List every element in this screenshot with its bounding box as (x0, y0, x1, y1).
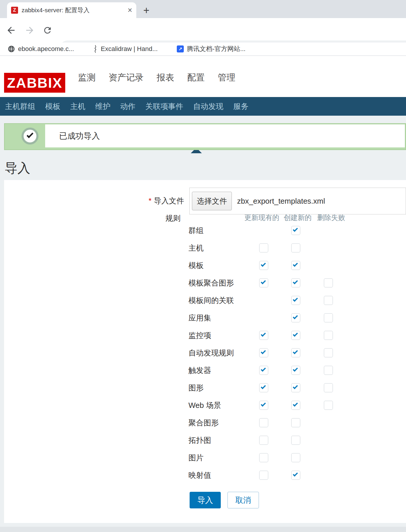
checkbox-create[interactable] (291, 348, 300, 357)
checkbox-delete[interactable] (324, 313, 333, 323)
required-asterisk: * (149, 196, 151, 205)
checkbox-create[interactable] (291, 261, 300, 270)
sub-nav-item-4[interactable]: 动作 (120, 101, 135, 112)
checkbox-create[interactable] (291, 331, 300, 340)
sub-nav-item-6[interactable]: 自动发现 (193, 101, 223, 112)
checkbox-update[interactable] (259, 261, 268, 270)
checkbox-create[interactable] (291, 471, 300, 480)
checkbox-update[interactable] (259, 366, 268, 375)
checkbox-update[interactable] (259, 348, 268, 357)
bookmark-item[interactable]: ↗腾讯文档-官方网站... (177, 45, 246, 53)
rule-label: 聚合图形 (188, 418, 219, 428)
main-nav-item-3-active[interactable]: 配置 (187, 72, 205, 84)
checkbox-create[interactable] (291, 226, 300, 235)
checkbox-create[interactable] (291, 296, 300, 305)
rule-row: 聚合图形 (0, 414, 406, 431)
rule-row: 监控项 (0, 327, 406, 344)
new-tab-button[interactable]: + (143, 5, 149, 16)
main-nav-item-1[interactable]: 资产记录 (109, 72, 144, 84)
choose-file-button[interactable]: 选择文件 (192, 192, 232, 210)
success-check-icon (22, 128, 38, 145)
rule-label: 主机 (188, 243, 204, 253)
checkbox-delete[interactable] (324, 331, 333, 340)
rule-label: 映射值 (188, 470, 211, 480)
check-icon (293, 401, 298, 407)
import-button[interactable]: 导入 (190, 492, 221, 508)
check-icon (261, 262, 266, 267)
cancel-button[interactable]: 取消 (227, 492, 259, 508)
rule-label: 模板 (188, 260, 204, 271)
close-tab-icon[interactable]: × (128, 6, 132, 14)
checkbox-create[interactable] (291, 401, 300, 410)
check-icon (293, 349, 298, 354)
sub-nav-item-3[interactable]: 维护 (95, 101, 110, 112)
checkbox-delete[interactable] (324, 348, 333, 357)
checkbox-delete[interactable] (324, 296, 333, 305)
checkbox-delete[interactable] (324, 279, 333, 288)
check-icon (261, 332, 266, 337)
checkbox-update[interactable] (259, 453, 268, 462)
checkbox-create[interactable] (291, 418, 300, 427)
bookmarks-bar: ebook.apecome.c...Excalidraw | Hand...↗腾… (0, 43, 406, 56)
browser-tab[interactable]: Z zabbix4-server: 配置导入 × (7, 2, 136, 18)
checkbox-create[interactable] (291, 383, 300, 392)
rule-row: 模板间的关联 (0, 292, 406, 309)
checkbox-create[interactable] (291, 279, 300, 288)
back-icon[interactable] (6, 25, 16, 36)
check-icon (293, 297, 298, 302)
sub-nav-item-0[interactable]: 主机群组 (5, 101, 35, 112)
bookmark-label: 腾讯文档-官方网站... (187, 45, 246, 53)
check-icon (261, 279, 266, 284)
checkbox-delete[interactable] (324, 383, 333, 392)
check-icon (261, 349, 266, 354)
excalidraw-icon (93, 45, 98, 53)
checkbox-create[interactable] (291, 313, 300, 323)
checkbox-update[interactable] (259, 383, 268, 392)
checkbox-create[interactable] (291, 366, 300, 375)
checkbox-create[interactable] (291, 436, 300, 445)
sub-nav-item-5[interactable]: 关联项事件 (145, 101, 183, 112)
checkbox-update[interactable] (259, 279, 268, 288)
check-icon (293, 314, 298, 319)
bookmark-item[interactable]: Excalidraw | Hand... (93, 45, 158, 53)
bottom-band (0, 527, 406, 532)
main-nav-item-0[interactable]: 监测 (78, 72, 96, 84)
checkbox-update[interactable] (259, 418, 268, 427)
checkbox-delete[interactable] (324, 401, 333, 410)
main-nav-item-2[interactable]: 报表 (157, 72, 174, 84)
success-message-bar: 已成功导入 (4, 123, 406, 150)
bookmark-item[interactable]: ebook.apecome.c... (8, 45, 74, 53)
checkbox-create[interactable] (291, 453, 300, 462)
sub-nav-item-7[interactable]: 服务 (233, 101, 248, 112)
check-icon (293, 384, 298, 389)
checkbox-update[interactable] (259, 471, 268, 480)
checkbox-update[interactable] (259, 244, 268, 253)
rule-label: 拓扑图 (188, 435, 211, 445)
checkbox-update[interactable] (259, 436, 268, 445)
import-file-label-text: 导入文件 (154, 196, 184, 205)
rule-label: Web 场景 (188, 400, 221, 411)
rule-row: 主机 (0, 239, 406, 257)
check-icon (293, 262, 298, 267)
zabbix-logo[interactable]: ZABBIX (4, 73, 65, 93)
checkbox-update[interactable] (259, 401, 268, 410)
checkbox-delete[interactable] (324, 366, 333, 375)
check-icon (293, 279, 298, 284)
sub-nav-item-2[interactable]: 主机 (70, 101, 85, 112)
forward-icon[interactable] (24, 25, 35, 36)
sub-nav-item-1[interactable]: 模板 (45, 101, 60, 112)
check-icon (293, 471, 298, 477)
checkbox-create[interactable] (291, 244, 300, 253)
zabbix-header: ZABBIX 监测资产记录报表配置管理 (0, 56, 406, 97)
success-message-text: 已成功导入 (45, 124, 405, 147)
sub-nav: 主机群组模板主机维护动作关联项事件自动发现服务 (0, 97, 406, 116)
check-icon (261, 384, 266, 389)
reload-icon[interactable] (43, 25, 52, 35)
bookmark-label: Excalidraw | Hand... (101, 45, 158, 53)
main-nav-item-4[interactable]: 管理 (218, 72, 235, 84)
column-header-delete: 删除失败 (317, 213, 345, 222)
checkbox-update[interactable] (259, 331, 268, 340)
rule-row: 模板聚合图形 (0, 274, 406, 292)
import-file-label: *导入文件 (149, 196, 184, 206)
file-input[interactable]: 选择文件 zbx_export_templates.xml (189, 188, 406, 214)
